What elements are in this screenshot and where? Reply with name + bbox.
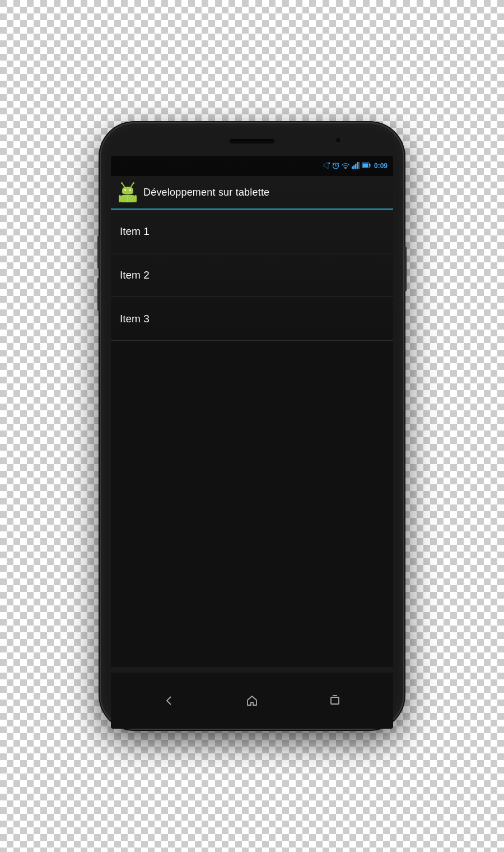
svg-rect-26 — [331, 697, 339, 704]
wifi-icon — [342, 163, 349, 170]
svg-rect-12 — [369, 164, 370, 166]
android-icon — [119, 182, 137, 202]
list-item-label: Item 1 — [120, 225, 150, 238]
list-item-label: Item 2 — [120, 269, 150, 281]
svg-point-15 — [121, 182, 123, 184]
svg-rect-7 — [353, 165, 355, 169]
status-time: 0:09 — [374, 162, 388, 170]
front-camera — [335, 137, 342, 143]
phone-device: 0:09 — [101, 123, 403, 729]
svg-point-17 — [133, 182, 134, 184]
mute-icon — [323, 161, 330, 170]
svg-line-3 — [333, 163, 334, 164]
svg-line-16 — [131, 183, 133, 187]
list-container: Item 1 Item 2 Item 3 — [111, 210, 393, 667]
volume-up-button[interactable] — [97, 235, 100, 269]
signal-icon — [352, 162, 360, 170]
svg-rect-22 — [134, 195, 137, 202]
app-bar: Développement sur tablette — [111, 176, 393, 210]
home-button[interactable] — [240, 689, 264, 712]
svg-rect-6 — [352, 166, 353, 169]
svg-point-18 — [124, 189, 126, 191]
svg-rect-10 — [358, 162, 360, 169]
svg-line-14 — [122, 183, 124, 187]
alarm-icon — [332, 162, 339, 170]
svg-line-4 — [337, 163, 339, 164]
svg-rect-9 — [357, 162, 358, 169]
list-item[interactable]: Item 2 — [111, 253, 393, 297]
volume-down-button[interactable] — [97, 277, 100, 311]
svg-point-19 — [129, 189, 131, 191]
svg-point-5 — [345, 168, 346, 169]
svg-rect-13 — [362, 164, 368, 168]
list-item-label: Item 3 — [120, 313, 150, 325]
screen: 0:09 — [111, 156, 393, 667]
svg-rect-21 — [119, 195, 121, 202]
status-bar: 0:09 — [111, 156, 393, 176]
recents-button[interactable] — [323, 689, 347, 712]
svg-rect-8 — [355, 164, 357, 169]
nav-bar — [111, 673, 393, 729]
speaker — [230, 139, 274, 143]
battery-icon — [362, 163, 371, 169]
list-item[interactable]: Item 1 — [111, 210, 393, 253]
back-button[interactable] — [157, 689, 181, 712]
power-button[interactable] — [404, 247, 407, 291]
status-icons: 0:09 — [323, 161, 388, 170]
app-title: Développement sur tablette — [143, 187, 269, 198]
list-item[interactable]: Item 3 — [111, 297, 393, 341]
